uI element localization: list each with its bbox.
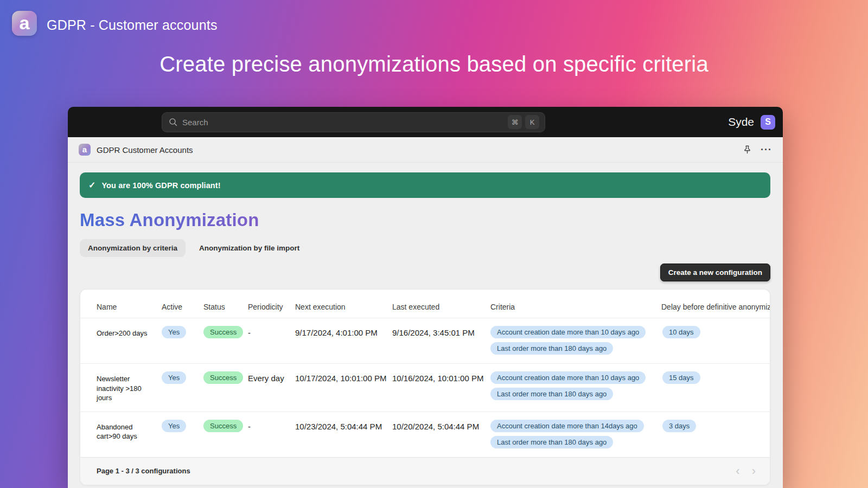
last-executed-cell: 9/16/2024, 3:45:01 PM xyxy=(392,326,490,337)
config-name: Newsletter inactivity >180 jours xyxy=(97,371,162,403)
appbar: a GDPR Customer Accounts ··· xyxy=(68,137,783,163)
active-badge: Yes xyxy=(162,371,186,384)
compliance-banner: ✓ You are 100% GDPR compliant! xyxy=(80,172,770,198)
k-key-icon: K xyxy=(525,115,539,129)
search-icon xyxy=(169,118,177,126)
col-active: Active xyxy=(162,303,203,311)
tagline: Create precise anonymizations based on s… xyxy=(0,52,868,76)
command-key-icon: ⌘ xyxy=(508,115,522,129)
config-name: Order>200 days xyxy=(97,326,162,338)
criteria-badge: Last order more than 180 days ago xyxy=(490,436,613,448)
col-delay: Delay before definitive anonymization xyxy=(661,303,770,311)
criteria-cell: Account creation date more than 10 days … xyxy=(490,371,661,400)
col-last-executed: Last executed xyxy=(392,303,490,311)
compliance-message: You are 100% GDPR compliant! xyxy=(101,181,220,190)
criteria-badge: Account creation date more than 10 days … xyxy=(490,371,646,384)
chevron-left-icon: ‹ xyxy=(736,464,739,478)
last-executed-cell: 10/16/2024, 10:01:00 PM xyxy=(392,371,490,383)
actions-row: Create a new configuration xyxy=(80,264,770,281)
chevron-right-icon: › xyxy=(752,464,756,478)
page-title: GDPR - Customer accounts xyxy=(47,17,218,33)
check-icon: ✓ xyxy=(88,180,95,190)
table-footer: Page 1 - 3 / 3 configurations ‹ › xyxy=(80,457,770,485)
status-cell: Success xyxy=(203,371,248,384)
pagination-info: Page 1 - 3 / 3 configurations xyxy=(97,467,190,475)
tab-anonymization-by-file-import[interactable]: Anonymization by file import xyxy=(191,239,308,257)
criteria-cell: Account creation date more than 14days a… xyxy=(490,420,661,448)
last-executed-cell: 10/20/2024, 5:04:44 PM xyxy=(392,420,490,431)
pager: ‹ › xyxy=(733,465,758,477)
status-badge: Success xyxy=(203,371,243,384)
table-row: Abandoned cart>90 days Yes Success - 10/… xyxy=(80,412,770,457)
delay-cell: 3 days xyxy=(661,420,770,432)
col-criteria: Criteria xyxy=(490,303,661,311)
table-body: Order>200 days Yes Success - 9/17/2024, … xyxy=(80,318,770,457)
pin-icon xyxy=(743,145,752,155)
appbar-logo-letter: a xyxy=(82,145,87,153)
status-badge: Success xyxy=(203,420,243,432)
table-row: Order>200 days Yes Success - 9/17/2024, … xyxy=(80,318,770,363)
criteria-badge: Account creation date more than 14days a… xyxy=(490,420,644,432)
app-logo-letter: a xyxy=(20,14,30,32)
search-input[interactable] xyxy=(182,118,505,127)
delay-cell: 15 days xyxy=(661,371,770,384)
topbar-right: Syde S xyxy=(728,115,775,130)
delay-cell: 10 days xyxy=(661,326,770,338)
status-badge: Success xyxy=(203,326,243,338)
appbar-actions: ··· xyxy=(743,145,772,155)
active-cell: Yes xyxy=(162,420,203,432)
next-execution-cell: 9/17/2024, 4:01:00 PM xyxy=(295,326,392,337)
next-execution-cell: 10/17/2024, 10:01:00 PM xyxy=(295,371,392,383)
active-badge: Yes xyxy=(162,326,186,338)
more-menu-button[interactable]: ··· xyxy=(761,145,772,155)
avatar[interactable]: S xyxy=(761,115,775,130)
col-status: Status xyxy=(203,303,248,311)
topbar: ⌘ K Syde S xyxy=(68,107,783,137)
tab-anonymization-by-criteria[interactable]: Anonymization by criteria xyxy=(80,239,186,257)
col-name: Name xyxy=(97,303,162,311)
pin-button[interactable] xyxy=(743,145,752,155)
next-execution-cell: 10/23/2024, 5:04:44 PM xyxy=(295,420,392,431)
content-area: ✓ You are 100% GDPR compliant! Mass Anon… xyxy=(68,163,783,488)
criteria-cell: Account creation date more than 10 days … xyxy=(490,326,661,355)
appbar-logo: a xyxy=(79,144,91,156)
active-badge: Yes xyxy=(162,420,186,432)
criteria-badge: Account creation date more than 10 days … xyxy=(490,326,646,338)
app-window: ⌘ K Syde S a GDPR Customer Accounts ··· xyxy=(68,107,783,488)
criteria-badge: Last order more than 180 days ago xyxy=(490,388,613,400)
appbar-title: GDPR Customer Accounts xyxy=(97,145,193,155)
tabs: Anonymization by criteria Anonymization … xyxy=(80,239,770,257)
delay-badge: 10 days xyxy=(662,326,700,338)
periodicity-cell: Every day xyxy=(248,371,295,383)
periodicity-cell: - xyxy=(248,420,295,431)
app-logo: a xyxy=(12,11,37,36)
section-heading: Mass Anonymization xyxy=(80,210,259,230)
active-cell: Yes xyxy=(162,371,203,384)
config-name: Abandoned cart>90 days xyxy=(97,420,162,441)
create-configuration-button[interactable]: Create a new configuration xyxy=(660,264,770,281)
periodicity-cell: - xyxy=(248,326,295,337)
table-row: Newsletter inactivity >180 jours Yes Suc… xyxy=(80,363,770,412)
delay-badge: 3 days xyxy=(662,420,696,432)
ellipsis-icon: ··· xyxy=(761,145,772,155)
status-cell: Success xyxy=(203,326,248,338)
col-next-execution: Next execution xyxy=(295,303,392,311)
status-cell: Success xyxy=(203,420,248,432)
prev-page-button[interactable]: ‹ xyxy=(733,465,742,477)
criteria-badge: Last order more than 180 days ago xyxy=(490,342,613,355)
delay-badge: 15 days xyxy=(662,371,700,384)
search-box[interactable]: ⌘ K xyxy=(162,112,545,132)
configurations-table: Name Active Status Periodicity Next exec… xyxy=(80,289,770,485)
table-header-row: Name Active Status Periodicity Next exec… xyxy=(80,290,770,318)
next-page-button[interactable]: › xyxy=(750,465,758,477)
col-periodicity: Periodicity xyxy=(248,303,295,311)
workspace-name: Syde xyxy=(728,115,754,129)
active-cell: Yes xyxy=(162,326,203,338)
